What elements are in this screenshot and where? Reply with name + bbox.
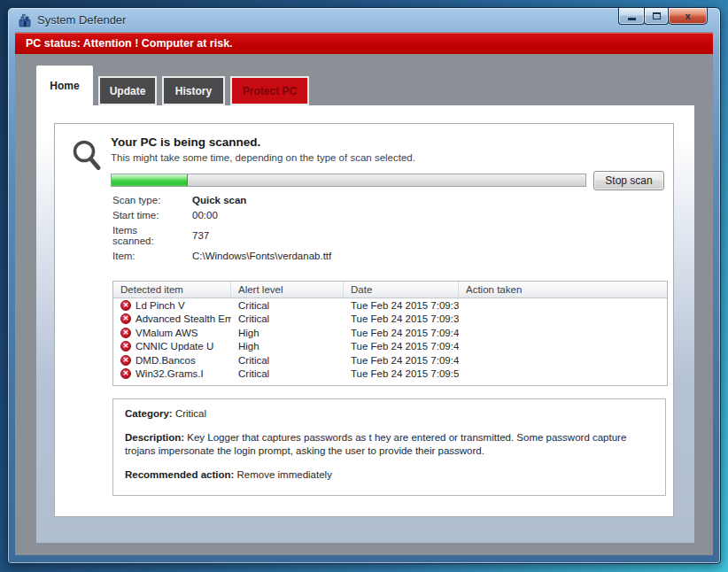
- scan-progress-bar: [111, 174, 586, 187]
- scan-progress-fill: [112, 174, 188, 186]
- threat-error-icon: ✕: [120, 341, 131, 352]
- detected-item-cell: ✕Win32.Grams.I: [113, 368, 231, 379]
- recommended-action-value: Remove immediately: [234, 469, 332, 480]
- threat-name: DMD.Bancos: [136, 355, 196, 366]
- detected-item-cell: ✕DMD.Bancos: [113, 355, 231, 366]
- scan-panel: Your PC is being scanned. This might tak…: [54, 123, 674, 517]
- stop-scan-button[interactable]: Stop scan: [593, 171, 664, 190]
- scan-detail-label: Item:: [112, 251, 192, 261]
- table-row[interactable]: ✕VMalum AWSHighTue Feb 24 2015 7:09:40 A…: [113, 326, 667, 340]
- scan-detail-label: Items scanned:: [112, 225, 176, 246]
- column-header-detected-item[interactable]: Detected item: [113, 282, 231, 298]
- detected-items-table[interactable]: Detected itemAlert levelDateAction taken…: [112, 281, 668, 386]
- scan-detail-label: Scan type:: [112, 195, 192, 205]
- alert-level-cell: Critical: [231, 300, 344, 311]
- scan-details: Scan type:Quick scanStart time:00:00Item…: [112, 195, 484, 266]
- close-icon: x: [685, 11, 690, 21]
- close-button[interactable]: x: [668, 8, 708, 25]
- threat-description-panel: Category: Critical Description: Key Logg…: [112, 398, 666, 496]
- date-cell: Tue Feb 24 2015 7:09:47 AM: [344, 355, 459, 366]
- detected-item-cell: ✕Advanced Stealth Email...: [113, 313, 231, 324]
- column-header-alert-level[interactable]: Alert level: [231, 282, 344, 298]
- alert-level-cell: Critical: [231, 313, 344, 324]
- threat-error-icon: ✕: [120, 313, 131, 324]
- recommended-action-line: Recommended action: Remove immediately: [125, 468, 654, 483]
- detected-item-cell: ✕CNNIC Update U: [113, 341, 231, 352]
- category-label: Category:: [125, 408, 173, 419]
- date-cell: Tue Feb 24 2015 7:09:44 AM: [344, 341, 459, 352]
- table-row[interactable]: ✕DMD.BancosCriticalTue Feb 24 2015 7:09:…: [113, 353, 667, 367]
- scan-heading: Your PC is being scanned.: [111, 135, 260, 149]
- table-row[interactable]: ✕Ld Pinch VCriticalTue Feb 24 2015 7:09:…: [113, 298, 667, 313]
- window-title: System Defender: [37, 13, 126, 27]
- scan-detail-label: Start time:: [112, 210, 192, 220]
- alert-level-cell: Critical: [231, 368, 344, 379]
- window-controls: x: [619, 8, 708, 25]
- column-header-action-taken[interactable]: Action taken: [459, 282, 667, 298]
- threat-name: Advanced Stealth Email...: [136, 313, 231, 324]
- threat-error-icon: ✕: [120, 328, 131, 338]
- threat-name: CNNIC Update U: [136, 341, 213, 352]
- scan-detail-value: 737: [192, 230, 209, 241]
- tab-strip: HomeUpdateHistoryProtect PC: [36, 66, 314, 105]
- app-icon: [18, 13, 32, 27]
- tab-home[interactable]: Home: [36, 66, 93, 105]
- description-label: Description:: [125, 432, 184, 443]
- date-cell: Tue Feb 24 2015 7:09:37 AM: [344, 313, 459, 324]
- date-cell: Tue Feb 24 2015 7:09:34 AM: [344, 300, 459, 311]
- threat-error-icon: ✕: [120, 355, 131, 366]
- scan-detail-row: Item:C:\Windows\Fonts\verdanab.ttf: [112, 251, 484, 261]
- category-line: Category: Critical: [125, 407, 654, 421]
- app-window: System Defender x PC status: Attention !…: [7, 7, 721, 564]
- scan-detail-value: 00:00: [192, 210, 218, 220]
- threat-name: VMalum AWS: [136, 328, 198, 338]
- maximize-icon: [653, 12, 661, 19]
- maximize-button[interactable]: [644, 8, 669, 25]
- date-cell: Tue Feb 24 2015 7:09:40 AM: [344, 328, 459, 338]
- alert-level-cell: Critical: [231, 355, 344, 366]
- alert-level-cell: High: [231, 328, 344, 338]
- threat-name: Ld Pinch V: [136, 300, 185, 311]
- table-header-row: Detected itemAlert levelDateAction taken: [113, 282, 667, 298]
- description-line: Description: Key Logger that captures pa…: [125, 431, 639, 459]
- table-row[interactable]: ✕CNNIC Update UHighTue Feb 24 2015 7:09:…: [113, 340, 667, 354]
- title-bar[interactable]: System Defender x: [8, 8, 720, 32]
- scan-detail-row: Scan type:Quick scan: [112, 195, 484, 205]
- category-value: Critical: [173, 408, 206, 419]
- client-area: PC status: Attention ! Computer at risk.…: [15, 32, 713, 555]
- threat-error-icon: ✕: [120, 368, 131, 379]
- pc-status-banner: PC status: Attention ! Computer at risk.: [15, 33, 713, 54]
- scan-detail-value: Quick scan: [192, 195, 246, 205]
- table-row[interactable]: ✕Advanced Stealth Email...CriticalTue Fe…: [113, 313, 667, 327]
- tab-update[interactable]: Update: [98, 76, 157, 105]
- date-cell: Tue Feb 24 2015 7:09:50 AM: [344, 368, 459, 379]
- magnifier-icon: [69, 138, 106, 179]
- description-value: Key Logger that captures passwords as t …: [125, 432, 626, 457]
- tab-content-home: Your PC is being scanned. This might tak…: [36, 105, 694, 543]
- column-header-date[interactable]: Date: [344, 282, 459, 298]
- recommended-action-label: Recommended action:: [125, 469, 234, 480]
- table-body: ✕Ld Pinch VCriticalTue Feb 24 2015 7:09:…: [113, 298, 667, 381]
- tab-protect-pc[interactable]: Protect PC: [230, 76, 309, 105]
- scan-detail-row: Items scanned:737: [112, 225, 484, 246]
- scan-subheading: This might take some time, depending on …: [111, 152, 415, 163]
- threat-name: Win32.Grams.I: [136, 368, 204, 379]
- threat-error-icon: ✕: [120, 300, 131, 311]
- detected-item-cell: ✕Ld Pinch V: [113, 300, 231, 311]
- tab-history[interactable]: History: [162, 76, 225, 105]
- alert-level-cell: High: [231, 341, 344, 352]
- minimize-icon: [628, 18, 636, 20]
- table-row[interactable]: ✕Win32.Grams.ICriticalTue Feb 24 2015 7:…: [113, 367, 667, 382]
- minimize-button[interactable]: [618, 8, 645, 25]
- scan-detail-row: Start time:00:00: [112, 210, 484, 220]
- detected-item-cell: ✕VMalum AWS: [113, 328, 231, 338]
- scan-detail-value: C:\Windows\Fonts\verdanab.ttf: [192, 251, 331, 261]
